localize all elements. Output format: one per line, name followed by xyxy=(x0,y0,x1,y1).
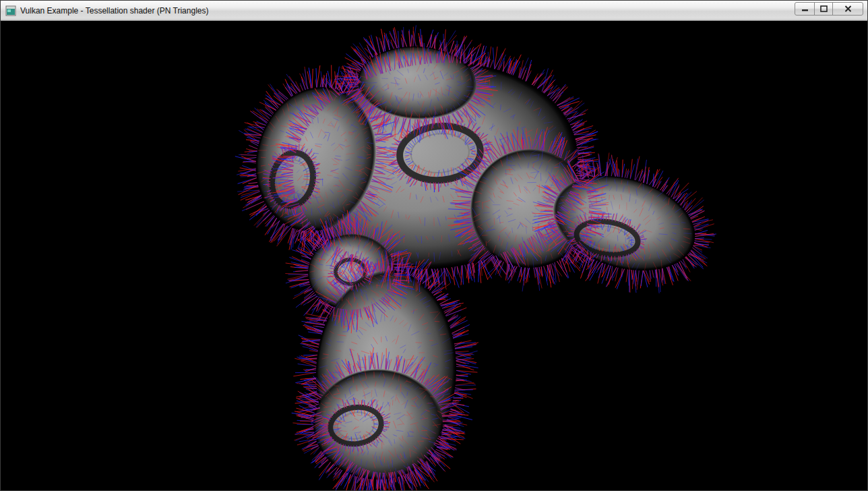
vulkan-render-viewport[interactable] xyxy=(1,21,867,490)
minimize-button[interactable] xyxy=(795,2,815,16)
minimize-icon xyxy=(801,5,809,11)
app-window: Vulkan Example - Tessellation shader (PN… xyxy=(0,0,868,491)
close-button[interactable] xyxy=(832,2,863,16)
maximize-icon xyxy=(820,5,828,12)
app-icon[interactable] xyxy=(5,5,16,16)
window-title: Vulkan Example - Tessellation shader (PN… xyxy=(20,6,795,16)
maximize-button[interactable] xyxy=(814,2,833,16)
render-area xyxy=(1,21,867,490)
title-bar[interactable]: Vulkan Example - Tessellation shader (PN… xyxy=(1,1,867,21)
close-icon xyxy=(844,5,852,12)
window-controls xyxy=(795,0,863,22)
